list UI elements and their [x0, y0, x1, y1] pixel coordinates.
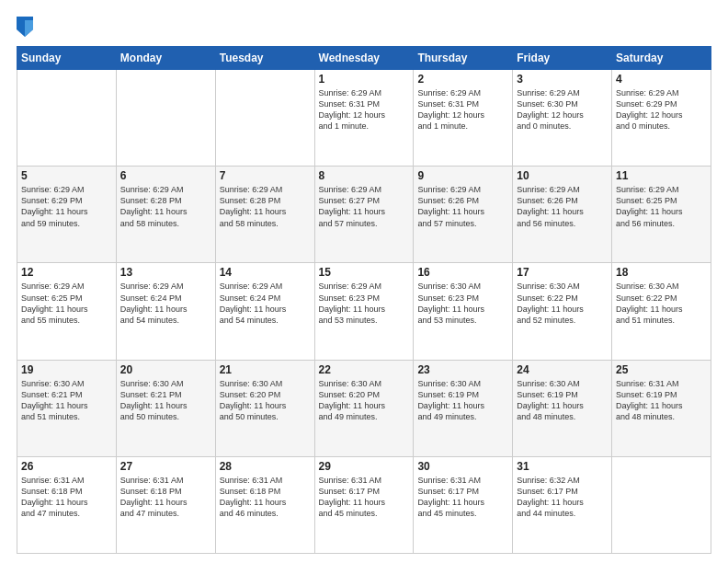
day-cell: 20Sunrise: 6:30 AM Sunset: 6:21 PM Dayli… [116, 360, 215, 456]
day-info: Sunrise: 6:29 AM Sunset: 6:26 PM Dayligh… [517, 184, 608, 229]
weekday-header-saturday: Saturday [612, 47, 711, 70]
day-number: 24 [517, 363, 608, 376]
weekday-header-sunday: Sunday [17, 47, 117, 70]
day-info: Sunrise: 6:30 AM Sunset: 6:20 PM Dayligh… [220, 378, 311, 423]
calendar-table: SundayMondayTuesdayWednesdayThursdayFrid… [17, 46, 711, 554]
day-cell: 29Sunrise: 6:31 AM Sunset: 6:17 PM Dayli… [314, 456, 414, 553]
day-info: Sunrise: 6:31 AM Sunset: 6:18 PM Dayligh… [21, 475, 112, 520]
day-cell: 12Sunrise: 6:29 AM Sunset: 6:25 PM Dayli… [17, 263, 117, 360]
logo-icon [17, 17, 33, 37]
day-info: Sunrise: 6:30 AM Sunset: 6:19 PM Dayligh… [517, 378, 608, 423]
svg-marker-1 [25, 20, 33, 37]
day-cell: 17Sunrise: 6:30 AM Sunset: 6:22 PM Dayli… [513, 263, 612, 360]
day-number: 14 [220, 266, 311, 279]
day-info: Sunrise: 6:30 AM Sunset: 6:21 PM Dayligh… [120, 378, 211, 423]
day-cell: 27Sunrise: 6:31 AM Sunset: 6:18 PM Dayli… [116, 456, 215, 553]
day-cell: 11Sunrise: 6:29 AM Sunset: 6:25 PM Dayli… [612, 167, 711, 263]
day-number: 25 [616, 363, 707, 376]
day-number: 12 [21, 266, 112, 279]
day-number: 11 [616, 169, 707, 182]
day-info: Sunrise: 6:29 AM Sunset: 6:28 PM Dayligh… [120, 184, 211, 229]
day-info: Sunrise: 6:29 AM Sunset: 6:29 PM Dayligh… [616, 87, 707, 132]
day-number: 9 [417, 169, 508, 182]
day-cell: 8Sunrise: 6:29 AM Sunset: 6:27 PM Daylig… [314, 167, 414, 263]
day-cell: 6Sunrise: 6:29 AM Sunset: 6:28 PM Daylig… [116, 167, 215, 263]
day-number: 6 [120, 169, 211, 182]
day-info: Sunrise: 6:29 AM Sunset: 6:24 PM Dayligh… [220, 281, 311, 326]
day-info: Sunrise: 6:32 AM Sunset: 6:17 PM Dayligh… [517, 475, 608, 520]
day-number: 21 [220, 363, 311, 376]
day-info: Sunrise: 6:30 AM Sunset: 6:20 PM Dayligh… [319, 378, 410, 423]
day-cell: 4Sunrise: 6:29 AM Sunset: 6:29 PM Daylig… [612, 70, 711, 167]
day-cell: 1Sunrise: 6:29 AM Sunset: 6:31 PM Daylig… [314, 70, 414, 167]
day-number: 23 [417, 363, 508, 376]
day-number: 20 [120, 363, 211, 376]
day-cell: 10Sunrise: 6:29 AM Sunset: 6:26 PM Dayli… [513, 167, 612, 263]
day-cell [116, 70, 215, 167]
day-number: 3 [517, 73, 608, 86]
logo [17, 17, 35, 37]
day-number: 31 [517, 460, 608, 473]
day-cell: 7Sunrise: 6:29 AM Sunset: 6:28 PM Daylig… [215, 167, 314, 263]
day-cell [17, 70, 117, 167]
day-cell: 19Sunrise: 6:30 AM Sunset: 6:21 PM Dayli… [17, 360, 117, 456]
day-number: 5 [21, 169, 112, 182]
day-info: Sunrise: 6:29 AM Sunset: 6:28 PM Dayligh… [220, 184, 311, 229]
day-cell [215, 70, 314, 167]
day-number: 17 [517, 266, 608, 279]
day-info: Sunrise: 6:29 AM Sunset: 6:26 PM Dayligh… [417, 184, 508, 229]
day-info: Sunrise: 6:29 AM Sunset: 6:31 PM Dayligh… [319, 87, 410, 132]
day-number: 18 [616, 266, 707, 279]
day-info: Sunrise: 6:30 AM Sunset: 6:23 PM Dayligh… [417, 281, 508, 326]
day-cell: 14Sunrise: 6:29 AM Sunset: 6:24 PM Dayli… [215, 263, 314, 360]
day-info: Sunrise: 6:29 AM Sunset: 6:23 PM Dayligh… [319, 281, 410, 326]
day-info: Sunrise: 6:29 AM Sunset: 6:27 PM Dayligh… [319, 184, 410, 229]
day-info: Sunrise: 6:29 AM Sunset: 6:31 PM Dayligh… [417, 87, 508, 132]
day-info: Sunrise: 6:31 AM Sunset: 6:18 PM Dayligh… [120, 475, 211, 520]
day-number: 4 [616, 73, 707, 86]
day-cell: 26Sunrise: 6:31 AM Sunset: 6:18 PM Dayli… [17, 456, 117, 553]
day-number: 29 [319, 460, 410, 473]
day-cell: 31Sunrise: 6:32 AM Sunset: 6:17 PM Dayli… [513, 456, 612, 553]
day-cell: 23Sunrise: 6:30 AM Sunset: 6:19 PM Dayli… [414, 360, 513, 456]
day-number: 2 [417, 73, 508, 86]
day-cell: 24Sunrise: 6:30 AM Sunset: 6:19 PM Dayli… [513, 360, 612, 456]
day-number: 19 [21, 363, 112, 376]
day-cell: 5Sunrise: 6:29 AM Sunset: 6:29 PM Daylig… [17, 167, 117, 263]
day-cell: 18Sunrise: 6:30 AM Sunset: 6:22 PM Dayli… [612, 263, 711, 360]
day-cell: 28Sunrise: 6:31 AM Sunset: 6:18 PM Dayli… [215, 456, 314, 553]
day-cell: 3Sunrise: 6:29 AM Sunset: 6:30 PM Daylig… [513, 70, 612, 167]
day-number: 15 [319, 266, 410, 279]
day-info: Sunrise: 6:31 AM Sunset: 6:18 PM Dayligh… [220, 475, 311, 520]
weekday-header-friday: Friday [513, 47, 612, 70]
day-info: Sunrise: 6:29 AM Sunset: 6:30 PM Dayligh… [517, 87, 608, 132]
day-number: 7 [220, 169, 311, 182]
day-info: Sunrise: 6:31 AM Sunset: 6:17 PM Dayligh… [319, 475, 410, 520]
day-cell: 25Sunrise: 6:31 AM Sunset: 6:19 PM Dayli… [612, 360, 711, 456]
day-info: Sunrise: 6:30 AM Sunset: 6:22 PM Dayligh… [616, 281, 707, 326]
weekday-header-wednesday: Wednesday [314, 47, 414, 70]
week-row-3: 12Sunrise: 6:29 AM Sunset: 6:25 PM Dayli… [17, 263, 711, 360]
day-cell: 30Sunrise: 6:31 AM Sunset: 6:17 PM Dayli… [414, 456, 513, 553]
day-info: Sunrise: 6:29 AM Sunset: 6:25 PM Dayligh… [616, 184, 707, 229]
day-number: 27 [120, 460, 211, 473]
day-number: 30 [417, 460, 508, 473]
day-info: Sunrise: 6:29 AM Sunset: 6:29 PM Dayligh… [21, 184, 112, 229]
day-number: 28 [220, 460, 311, 473]
day-number: 8 [319, 169, 410, 182]
weekday-header-row: SundayMondayTuesdayWednesdayThursdayFrid… [17, 47, 711, 70]
day-number: 22 [319, 363, 410, 376]
day-info: Sunrise: 6:30 AM Sunset: 6:21 PM Dayligh… [21, 378, 112, 423]
week-row-4: 19Sunrise: 6:30 AM Sunset: 6:21 PM Dayli… [17, 360, 711, 456]
day-info: Sunrise: 6:31 AM Sunset: 6:19 PM Dayligh… [616, 378, 707, 423]
day-number: 1 [319, 73, 410, 86]
day-info: Sunrise: 6:30 AM Sunset: 6:19 PM Dayligh… [417, 378, 508, 423]
header [17, 17, 711, 37]
day-cell: 16Sunrise: 6:30 AM Sunset: 6:23 PM Dayli… [414, 263, 513, 360]
week-row-5: 26Sunrise: 6:31 AM Sunset: 6:18 PM Dayli… [17, 456, 711, 553]
week-row-2: 5Sunrise: 6:29 AM Sunset: 6:29 PM Daylig… [17, 167, 711, 263]
day-info: Sunrise: 6:31 AM Sunset: 6:17 PM Dayligh… [417, 475, 508, 520]
day-number: 10 [517, 169, 608, 182]
page: SundayMondayTuesdayWednesdayThursdayFrid… [0, 0, 728, 563]
week-row-1: 1Sunrise: 6:29 AM Sunset: 6:31 PM Daylig… [17, 70, 711, 167]
